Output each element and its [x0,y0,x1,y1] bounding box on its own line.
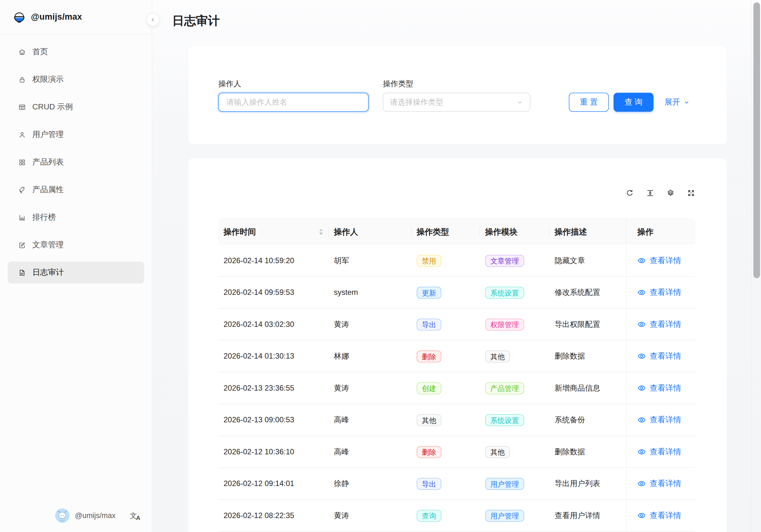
cell-action: 查看详情 [626,478,695,489]
view-details-link[interactable]: 查看详情 [631,319,696,330]
cell-time: 2026-02-12 08:22:35 [218,511,329,520]
cell-operator: 高峰 [329,447,412,457]
scrollbar-thumb[interactable] [753,3,760,278]
cell-type: 删除 [412,446,480,458]
sidebar-item-articles[interactable]: 文章管理 [8,234,144,256]
cell-action: 查看详情 [626,415,695,425]
table-row: 2026-02-12 10:36:10 高峰 删除 其他 删除数据 查看详情 [218,436,696,468]
cell-operator: 高峰 [329,415,412,425]
operation-type-label: 操作类型 [383,79,531,89]
file-text-icon [18,268,26,277]
sidebar: @umijs/max 首页 权限演示 CRUD 示例 [0,0,152,532]
edit-icon [18,241,26,249]
sidebar-item-label: 权限演示 [32,74,64,85]
sidebar-item-label: 排行榜 [32,212,56,222]
sidebar-collapse-button[interactable] [146,13,159,26]
operator-label: 操作人 [218,79,369,89]
view-details-link[interactable]: 查看详情 [631,447,696,457]
umi-logo-icon [13,11,26,24]
reload-icon[interactable] [626,189,634,198]
sidebar-menu: 首页 权限演示 CRUD 示例 用户管理 [0,34,152,283]
sidebar-item-log-audit[interactable]: 日志审计 [8,262,144,283]
table-row: 2026-02-12 09:14:01 徐静 导出 用户管理 导出用户列表 查看… [218,468,696,500]
view-details-label: 查看详情 [650,287,681,298]
sidebar-item-product-attrs[interactable]: 产品属性 [8,179,144,201]
page-scrollbar[interactable] [751,0,761,532]
cell-module: 用户管理 [480,478,550,490]
table-icon [18,103,26,111]
view-details-label: 查看详情 [650,256,681,266]
chevron-down-icon [516,99,523,106]
cell-module: 系统设置 [480,414,550,426]
table-row: 2026-02-14 10:59:20 胡军 禁用 文章管理 隐藏文章 查看详情 [218,245,696,277]
filter-actions: 重 置 查 询 展开 [569,93,690,112]
sidebar-item-users[interactable]: 用户管理 [8,124,144,146]
operation-module-tag: 其他 [485,350,510,362]
cell-time: 2026-02-13 09:00:53 [218,416,329,424]
cell-time: 2026-02-14 01:30:13 [218,352,329,361]
cell-desc: 查看用户详情 [550,510,626,521]
operation-type-select[interactable]: 请选择操作类型 [383,93,531,112]
appstore-icon [18,158,26,166]
view-details-label: 查看详情 [650,383,681,393]
cell-type: 禁用 [412,255,480,266]
column-height-icon[interactable] [646,189,655,198]
operator-input-wrapper [218,93,369,112]
view-details-label: 查看详情 [650,319,681,330]
page-title: 日志审计 [172,13,220,29]
cell-type: 导出 [412,318,480,330]
select-placeholder: 请选择操作类型 [390,97,443,107]
sidebar-item-products[interactable]: 产品列表 [8,151,144,173]
view-details-link[interactable]: 查看详情 [631,415,696,425]
column-header-time[interactable]: 操作时间 [218,218,329,245]
view-details-link[interactable]: 查看详情 [631,351,696,361]
cell-operator: 黄涛 [329,319,412,329]
user-chip[interactable]: @umijs/max [55,508,116,523]
operation-type-field: 操作类型 请选择操作类型 [369,79,531,112]
sidebar-item-home[interactable]: 首页 [8,41,144,63]
cell-module: 其他 [480,350,550,362]
view-details-label: 查看详情 [650,478,681,489]
translate-icon[interactable]: 文A [130,511,145,520]
cell-action: 查看详情 [626,319,695,330]
sidebar-footer: @umijs/max 文A [0,505,152,527]
view-details-label: 查看详情 [650,415,681,425]
cell-desc: 系统备份 [550,415,626,425]
view-details-link[interactable]: 查看详情 [631,256,696,266]
sidebar-item-ranking[interactable]: 排行榜 [8,207,144,228]
eye-icon [637,448,646,456]
view-details-link[interactable]: 查看详情 [631,287,696,298]
view-details-link[interactable]: 查看详情 [631,383,696,393]
sidebar-item-crud[interactable]: CRUD 示例 [8,96,144,118]
view-details-link[interactable]: 查看详情 [631,510,696,521]
sidebar-item-permission[interactable]: 权限演示 [8,69,144,90]
operation-type-tag: 删除 [417,446,441,458]
operation-type-tag: 删除 [417,350,441,362]
search-button[interactable]: 查 询 [614,93,654,112]
cell-type: 更新 [412,287,480,299]
operator-input[interactable] [225,98,362,107]
operation-type-tag: 禁用 [417,255,441,266]
operation-type-tag: 导出 [417,318,441,330]
cell-type: 查询 [412,509,480,521]
reset-button[interactable]: 重 置 [569,93,609,112]
fixed-column-divider [626,218,626,532]
cell-module: 系统设置 [480,287,550,299]
cell-module: 用户管理 [480,509,550,521]
column-header-module: 操作模块 [480,218,550,245]
table-row: 2026-02-13 23:36:55 黄涛 创建 产品管理 新增商品信息 查看… [218,373,696,404]
cell-type: 其他 [412,414,480,426]
operation-module-tag: 其他 [485,446,510,458]
cell-module: 权限管理 [480,318,550,330]
expand-link[interactable]: 展开 [665,97,690,107]
sorter-icon[interactable] [319,229,323,235]
sidebar-item-label: 产品属性 [32,185,64,195]
audit-log-table: 操作时间 操作人 操作类型 操作模块 操作描述 操作 2026-02-14 10… [218,218,696,532]
cell-module: 产品管理 [480,382,550,394]
bar-chart-icon [18,213,26,222]
fullscreen-icon[interactable] [687,189,695,198]
setting-icon[interactable] [667,189,675,198]
view-details-link[interactable]: 查看详情 [631,478,696,489]
cell-operator: 林娜 [329,351,412,361]
operation-module-tag: 系统设置 [485,287,524,299]
